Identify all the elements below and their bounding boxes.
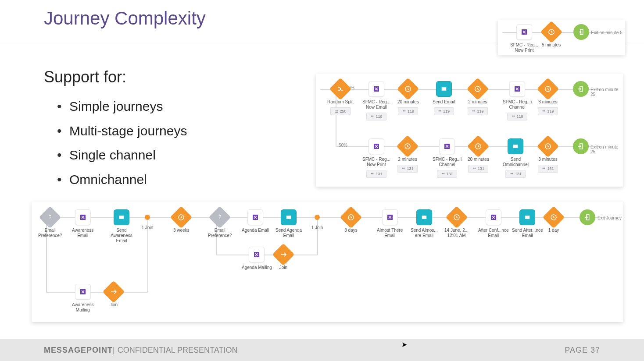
node-label: 1 Join (140, 225, 155, 230)
svg-point-23 (371, 173, 372, 174)
svg-rect-10 (441, 87, 446, 91)
node-label: 20 minutes (397, 99, 419, 105)
count-badge: 119 (366, 113, 386, 120)
send-icon (114, 209, 129, 225)
exit-label: Exit on minute 5 (591, 30, 623, 35)
node-label: SFMC - Reg...iChannel (503, 99, 532, 110)
svg-point-5 (371, 115, 372, 117)
wait-until-icon (445, 206, 468, 229)
svg-rect-49 (422, 216, 427, 219)
count-badge: 131 (468, 165, 488, 173)
decision-icon: ? (39, 206, 61, 229)
sfmc-activity-icon (75, 209, 91, 225)
exit-icon (573, 24, 589, 40)
journey-panel-split: 50% 50% Random Split 250 SFMC - Reg...No… (316, 74, 623, 187)
cursor-icon: ➤ (401, 340, 407, 349)
send-icon (508, 138, 523, 154)
svg-text:?: ? (49, 214, 52, 220)
node-label: Send Almos...ere Email (411, 228, 438, 238)
svg-point-20 (543, 110, 544, 111)
svg-point-2 (335, 110, 336, 111)
svg-point-35 (510, 173, 512, 174)
node-label: Send AwarenessEmail (106, 228, 137, 244)
node-label: 3 minutes (538, 99, 558, 105)
svg-point-27 (404, 167, 405, 169)
svg-rect-34 (513, 145, 518, 148)
footer-confidential: CONFIDENTIAL PRESENTATION (118, 346, 238, 355)
wait-icon (540, 21, 562, 43)
join-icon (103, 281, 125, 303)
journey-panel-omnichannel: ? EmailPreference? AwarenessEmail Send A… (32, 202, 623, 322)
sfmc-activity-icon (369, 138, 384, 154)
svg-point-9 (404, 110, 405, 111)
node-label: Send After...nceEmail (512, 228, 543, 238)
count-badge: 131 (397, 165, 418, 173)
node-label: Almost ThereEmail (377, 228, 403, 238)
svg-point-36 (512, 173, 513, 174)
wait-icon (467, 78, 489, 100)
sfmc-activity-icon (516, 24, 532, 40)
svg-point-15 (474, 110, 475, 111)
bullet-item: Multi-stage journeys (57, 119, 187, 143)
bullet-item: Omnichannel (57, 167, 187, 192)
count-badge: 131 (505, 170, 526, 178)
footer-brand: MESSAGEPOINT (44, 346, 113, 355)
wait-icon (397, 135, 419, 158)
sfmc-activity-icon (382, 209, 398, 225)
node-label: SFMC - Reg...Now Print (362, 157, 390, 167)
footer-separator: | (113, 346, 115, 355)
decision-icon: ? (209, 206, 231, 229)
footer-page: PAGE 37 (565, 346, 600, 355)
node-label: 3 weeks (173, 228, 190, 233)
svg-rect-52 (525, 216, 530, 219)
wait-icon (170, 206, 193, 229)
svg-point-12 (440, 110, 441, 111)
split-percent: 50% (339, 143, 347, 148)
svg-rect-46 (286, 216, 291, 219)
send-icon (519, 209, 535, 225)
node-label: 2 minutes (397, 157, 418, 162)
node-label: Send Email (433, 99, 455, 105)
wait-icon (537, 135, 559, 158)
node-label: 20 minutes (468, 157, 489, 162)
svg-point-32 (473, 167, 474, 169)
exit-label: Exit on minute 25 (590, 145, 623, 154)
send-icon (281, 209, 297, 225)
svg-point-26 (402, 167, 404, 169)
node-label: Send AgendaEmail (275, 228, 302, 238)
node-label: Join (106, 302, 122, 308)
count-badge: 119 (468, 107, 488, 115)
svg-point-8 (403, 110, 404, 111)
node-label: SFMC - Reg...iChannel (433, 157, 462, 167)
bullet-item: Simple journeys (57, 94, 187, 119)
node-label: AwarenessMailing (72, 302, 93, 313)
node-label: After Conf...nceEmail (478, 228, 508, 238)
wait-icon (397, 78, 419, 100)
count-badge: 119 (434, 107, 454, 115)
bullet-item: Single channel (57, 143, 187, 167)
sfmc-activity-icon (439, 138, 455, 154)
count-badge: 131 (538, 165, 558, 173)
node-label: 1 Join (309, 225, 325, 230)
count-badge: 119 (398, 107, 418, 115)
node-label: Agenda Email (242, 228, 269, 233)
slide-title: Journey Complexity (44, 8, 206, 29)
sfmc-activity-icon (486, 209, 501, 225)
svg-text:?: ? (218, 214, 222, 220)
join-dot-icon (145, 215, 150, 220)
exit-label: Exit Journey (597, 216, 622, 220)
sfmc-activity-icon (249, 247, 265, 262)
wait-icon (537, 78, 559, 100)
support-heading: Support for: (44, 68, 126, 86)
node-label: 2 minutes (468, 99, 488, 105)
journey-panel-simple: SFMC - Reg...Now Print 5 minutes Exit on… (498, 20, 625, 55)
bullet-list: Simple journeys Multi-stage journeys Sin… (57, 94, 187, 191)
wait-icon (467, 135, 490, 158)
count-badge: 131 (437, 170, 457, 178)
svg-point-30 (443, 173, 444, 174)
node-label: SendOmnichannel (503, 157, 529, 167)
wait-icon (543, 206, 565, 229)
node-label: SFMC - Reg...Now Email (362, 99, 390, 110)
svg-point-38 (543, 167, 544, 169)
node-label: 14 June, 2...12:01 AM (444, 228, 469, 238)
